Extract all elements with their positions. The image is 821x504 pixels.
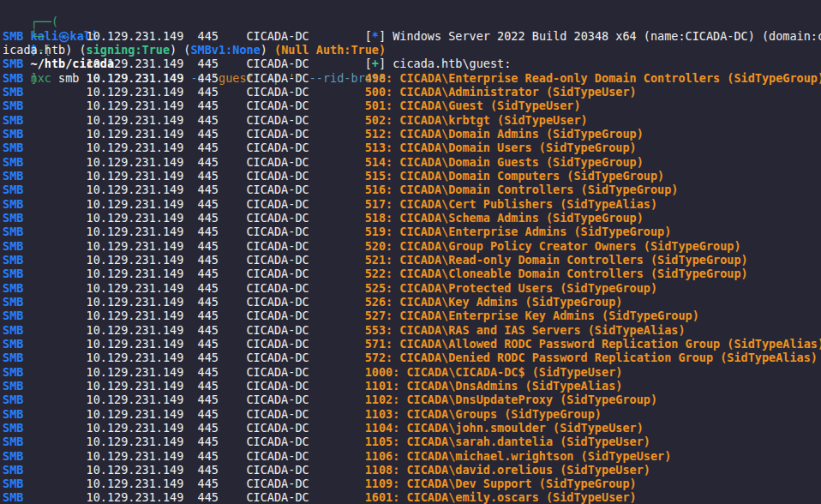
message-segment: icada.htb) ( bbox=[3, 43, 87, 57]
rid-brute-result: 1109: CICADA\Dev Support (SidTypeGroup) bbox=[365, 477, 637, 490]
rid-brute-result: 517: CICADA\Cert Publishers (SidTypeAlia… bbox=[365, 197, 657, 211]
rid-brute-row: SMB 10.129.231.149 445 CICADA-DC 1106: C… bbox=[3, 449, 821, 463]
prompt-box-open: ┌──( bbox=[31, 15, 59, 28]
rid-brute-row: SMB 10.129.231.149 445 CICADA-DC 527: CI… bbox=[3, 309, 821, 322]
rid-brute-result: 521: CICADA\Read-only Domain Controllers… bbox=[365, 253, 748, 267]
host-columns: 10.129.231.149 445 CICADA-DC bbox=[87, 267, 365, 280]
protocol-column: SMB bbox=[3, 127, 87, 141]
rid-brute-row: SMB 10.129.231.149 445 CICADA-DC 1108: C… bbox=[3, 463, 821, 477]
prompt-line-1: ┌──( kali㉿kali )-[ ~/htb/cicada ] bbox=[3, 1, 821, 15]
rid-brute-result: 1000: CICADA\CICADA-DC$ (SidTypeUser) bbox=[365, 365, 623, 379]
rid-brute-row: SMB 10.129.231.149 445 CICADA-DC 517: CI… bbox=[3, 197, 821, 211]
rid-brute-result: 572: CICADA\Denied RODC Password Replica… bbox=[365, 351, 818, 364]
protocol-column: SMB bbox=[3, 113, 87, 127]
rid-brute-row: SMB 10.129.231.149 445 CICADA-DC 518: CI… bbox=[3, 211, 821, 225]
protocol-column: SMB bbox=[3, 85, 87, 99]
rid-brute-result: 512: CICADA\Domain Admins (SidTypeGroup) bbox=[365, 127, 644, 141]
rid-brute-result: 1105: CICADA\sarah.dantelia (SidTypeUser… bbox=[365, 435, 650, 448]
rid-brute-result: 1601: CICADA\emily.oscars (SidTypeUser) bbox=[365, 490, 637, 504]
protocol-column: SMB bbox=[3, 463, 87, 477]
host-columns: 10.129.231.149 445 CICADA-DC bbox=[87, 29, 365, 43]
protocol-column: SMB bbox=[3, 141, 87, 154]
rid-brute-result: 501: CICADA\Guest (SidTypeUser) bbox=[365, 99, 581, 112]
protocol-column: SMB bbox=[3, 295, 87, 309]
rid-brute-result: 519: CICADA\Enterprise Admins (SidTypeGr… bbox=[365, 225, 672, 238]
host-columns: 10.129.231.149 445 CICADA-DC bbox=[87, 127, 365, 141]
banner-wrap-line: icada.htb) (signing:True) (SMBv1:None) (… bbox=[3, 43, 821, 57]
protocol-column: SMB bbox=[3, 225, 87, 238]
message-segment: Windows Server 2022 Build 20348 x64 (nam… bbox=[393, 29, 821, 43]
host-columns: 10.129.231.149 445 CICADA-DC bbox=[87, 281, 365, 295]
rid-brute-row: SMB 10.129.231.149 445 CICADA-DC 1109: C… bbox=[3, 477, 821, 490]
message-segment: cicada.htb\guest: bbox=[393, 57, 511, 70]
rid-brute-result: 1102: CICADA\DnsUpdateProxy (SidTypeGrou… bbox=[365, 393, 657, 406]
rid-brute-row: SMB 10.129.231.149 445 CICADA-DC 571: CI… bbox=[3, 337, 821, 351]
rid-brute-result: 513: CICADA\Domain Users (SidTypeGroup) bbox=[365, 141, 637, 154]
host-columns: 10.129.231.149 445 CICADA-DC bbox=[87, 407, 365, 421]
host-columns: 10.129.231.149 445 CICADA-DC bbox=[87, 253, 365, 267]
host-columns: 10.129.231.149 445 CICADA-DC bbox=[87, 71, 365, 85]
rid-brute-result: 553: CICADA\RAS and IAS Servers (SidType… bbox=[365, 323, 686, 337]
rid-brute-row: SMB 10.129.231.149 445 CICADA-DC 522: CI… bbox=[3, 267, 821, 280]
host-columns: 10.129.231.149 445 CICADA-DC bbox=[87, 85, 365, 99]
host-columns: 10.129.231.149 445 CICADA-DC bbox=[87, 295, 365, 309]
rid-brute-result: 516: CICADA\Domain Controllers (SidTypeG… bbox=[365, 183, 679, 196]
rid-brute-row: SMB 10.129.231.149 445 CICADA-DC 520: CI… bbox=[3, 239, 821, 253]
host-columns: 10.129.231.149 445 CICADA-DC bbox=[87, 57, 365, 70]
host-columns: 10.129.231.149 445 CICADA-DC bbox=[87, 211, 365, 225]
message-segment: [ bbox=[365, 29, 372, 43]
host-columns: 10.129.231.149 445 CICADA-DC bbox=[87, 113, 365, 127]
protocol-column: SMB bbox=[3, 253, 87, 267]
rid-brute-row: SMB 10.129.231.149 445 CICADA-DC 1000: C… bbox=[3, 365, 821, 379]
rid-brute-result: 1103: CICADA\Groups (SidTypeGroup) bbox=[365, 407, 602, 421]
rid-brute-row: SMB 10.129.231.149 445 CICADA-DC 525: CI… bbox=[3, 281, 821, 295]
rid-brute-row: SMB 10.129.231.149 445 CICADA-DC 501: CI… bbox=[3, 99, 821, 112]
message-segment: + bbox=[372, 57, 379, 70]
rid-brute-row: SMB 10.129.231.149 445 CICADA-DC 514: CI… bbox=[3, 155, 821, 169]
rid-brute-result: 1106: CICADA\michael.wrightson (SidTypeU… bbox=[365, 449, 672, 463]
rid-brute-result: 1108: CICADA\david.orelious (SidTypeUser… bbox=[365, 463, 650, 477]
message-segment: ] bbox=[379, 29, 393, 43]
protocol-column: SMB bbox=[3, 57, 87, 70]
prompt-line-2: └─ $ nxc smb 10.129.231.149 -u 'guest' -… bbox=[3, 15, 821, 28]
message-segment: [ bbox=[365, 57, 372, 70]
protocol-column: SMB bbox=[3, 71, 87, 85]
protocol-column: SMB bbox=[3, 393, 87, 406]
rid-brute-result: 515: CICADA\Domain Computers (SidTypeGro… bbox=[365, 169, 665, 183]
rid-brute-row: SMB 10.129.231.149 445 CICADA-DC 500: CI… bbox=[3, 85, 821, 99]
rid-brute-row: SMB 10.129.231.149 445 CICADA-DC 519: CI… bbox=[3, 225, 821, 238]
rid-brute-row: SMB 10.129.231.149 445 CICADA-DC 502: CI… bbox=[3, 113, 821, 127]
message-segment: ) bbox=[261, 43, 274, 57]
protocol-column: SMB bbox=[3, 435, 87, 448]
protocol-column: SMB bbox=[3, 267, 87, 280]
message-segment: (Null Auth:True) bbox=[274, 43, 386, 57]
rid-brute-row: SMB 10.129.231.149 445 CICADA-DC 1101: C… bbox=[3, 379, 821, 393]
host-columns: 10.129.231.149 445 CICADA-DC bbox=[87, 379, 365, 393]
protocol-column: SMB bbox=[3, 421, 87, 435]
rid-brute-row: SMB 10.129.231.149 445 CICADA-DC 512: CI… bbox=[3, 127, 821, 141]
host-columns: 10.129.231.149 445 CICADA-DC bbox=[87, 197, 365, 211]
host-columns: 10.129.231.149 445 CICADA-DC bbox=[87, 449, 365, 463]
rid-brute-result: 514: CICADA\Domain Guests (SidTypeGroup) bbox=[365, 155, 644, 169]
rid-brute-row: SMB 10.129.231.149 445 CICADA-DC 1601: C… bbox=[3, 490, 821, 504]
terminal-output: SMB 10.129.231.149 445 CICADA-DC [*] Win… bbox=[3, 29, 821, 504]
rid-brute-result: 526: CICADA\Key Admins (SidTypeGroup) bbox=[365, 295, 623, 309]
host-columns: 10.129.231.149 445 CICADA-DC bbox=[87, 435, 365, 448]
message-segment: SMBv1:None bbox=[190, 43, 260, 57]
protocol-column: SMB bbox=[3, 449, 87, 463]
banner-line: SMB 10.129.231.149 445 CICADA-DC [*] Win… bbox=[3, 29, 821, 43]
rid-brute-row: SMB 10.129.231.149 445 CICADA-DC 1102: C… bbox=[3, 393, 821, 406]
protocol-column: SMB bbox=[3, 211, 87, 225]
terminal-window[interactable]: ┌──( kali㉿kali )-[ ~/htb/cicada ] └─ $ n… bbox=[0, 0, 821, 504]
auth-success-line: SMB 10.129.231.149 445 CICADA-DC [+] cic… bbox=[3, 57, 821, 70]
rid-brute-result: 1104: CICADA\john.smoulder (SidTypeUser) bbox=[365, 421, 644, 435]
protocol-column: SMB bbox=[3, 29, 87, 43]
rid-brute-row: SMB 10.129.231.149 445 CICADA-DC 515: CI… bbox=[3, 169, 821, 183]
rid-brute-row: SMB 10.129.231.149 445 CICADA-DC 1104: C… bbox=[3, 421, 821, 435]
protocol-column: SMB bbox=[3, 323, 87, 337]
rid-brute-result: 525: CICADA\Protected Users (SidTypeGrou… bbox=[365, 281, 657, 295]
protocol-column: SMB bbox=[3, 309, 87, 322]
protocol-column: SMB bbox=[3, 477, 87, 490]
rid-brute-result: 522: CICADA\Cloneable Domain Controllers… bbox=[365, 267, 748, 280]
rid-brute-result: 527: CICADA\Enterprise Key Admins (SidTy… bbox=[365, 309, 699, 322]
